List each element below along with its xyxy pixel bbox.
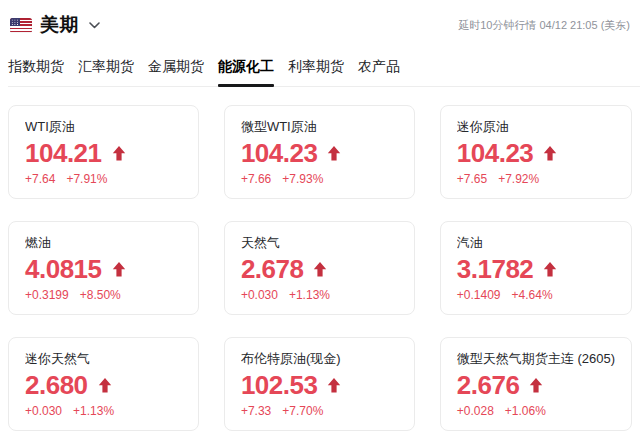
arrow-up-icon: [542, 145, 558, 162]
change-row: +0.030+1.13%: [25, 404, 182, 418]
last-price: 2.680: [25, 372, 88, 398]
tab-0[interactable]: 指数期货: [8, 54, 64, 86]
change-row: +7.64+7.91%: [25, 172, 182, 186]
last-price: 2.678: [241, 256, 304, 282]
price-row: 2.678: [241, 256, 398, 282]
tab-1[interactable]: 汇率期货: [78, 54, 134, 86]
page-header: 美期 延时10分钟行情 04/12 21:05 (美东): [0, 0, 640, 40]
instrument-name: 汽油: [457, 235, 615, 251]
quote-card[interactable]: 汽油3.1782+0.1409+4.64%: [440, 221, 632, 315]
quote-card[interactable]: WTI原油104.21+7.64+7.91%: [8, 105, 199, 199]
arrow-up-icon: [312, 261, 328, 278]
change-percent: +8.50%: [80, 288, 121, 302]
tab-2[interactable]: 金属期货: [148, 54, 204, 86]
instrument-name: 微型WTI原油: [241, 119, 398, 135]
price-row: 104.23: [457, 140, 615, 166]
arrow-up-icon: [97, 377, 113, 394]
instrument-name: WTI原油: [25, 119, 182, 135]
instrument-name: 微型天然气期货主连 (2605): [457, 351, 615, 367]
last-price: 104.21: [25, 140, 102, 166]
price-row: 102.53: [241, 372, 398, 398]
price-row: 3.1782: [457, 256, 615, 282]
change-value: +0.028: [457, 404, 494, 418]
change-row: +0.3199+8.50%: [25, 288, 182, 302]
change-value: +0.030: [25, 404, 62, 418]
quote-card[interactable]: 燃油4.0815+0.3199+8.50%: [8, 221, 199, 315]
delay-quote-info: 延时10分钟行情 04/12 21:05 (美东): [458, 18, 630, 33]
change-row: +0.028+1.06%: [457, 404, 615, 418]
quote-card[interactable]: 微型天然气期货主连 (2605)2.676+0.028+1.06%: [440, 337, 632, 431]
change-row: +7.66+7.93%: [241, 172, 398, 186]
price-row: 4.0815: [25, 256, 182, 282]
price-row: 104.23: [241, 140, 398, 166]
instrument-name: 迷你天然气: [25, 351, 182, 367]
last-price: 4.0815: [25, 256, 102, 282]
change-percent: +1.06%: [505, 404, 546, 418]
change-percent: +1.13%: [73, 404, 114, 418]
last-price: 104.23: [241, 140, 318, 166]
last-price: 2.676: [457, 372, 520, 398]
change-value: +7.33: [241, 404, 271, 418]
last-price: 102.53: [241, 372, 318, 398]
price-row: 2.676: [457, 372, 615, 398]
change-row: +7.33+7.70%: [241, 404, 398, 418]
chevron-down-icon: [89, 22, 100, 29]
price-row: 104.21: [25, 140, 182, 166]
quote-card[interactable]: 微型WTI原油104.23+7.66+7.93%: [224, 105, 415, 199]
change-row: +0.030+1.13%: [241, 288, 398, 302]
change-percent: +1.13%: [289, 288, 330, 302]
change-percent: +4.64%: [512, 288, 553, 302]
tab-3-active[interactable]: 能源化工: [218, 54, 274, 86]
tab-4[interactable]: 利率期货: [288, 54, 344, 86]
change-row: +0.1409+4.64%: [457, 288, 615, 302]
change-row: +7.65+7.92%: [457, 172, 615, 186]
arrow-up-icon: [111, 261, 127, 278]
quote-card[interactable]: 天然气2.678+0.030+1.13%: [224, 221, 415, 315]
change-value: +0.1409: [457, 288, 501, 302]
arrow-up-icon: [326, 145, 342, 162]
price-row: 2.680: [25, 372, 182, 398]
instrument-name: 布伦特原油(现金): [241, 351, 398, 367]
quote-card[interactable]: 迷你天然气2.680+0.030+1.13%: [8, 337, 199, 431]
page-title: 美期: [40, 12, 79, 38]
change-percent: +7.92%: [498, 172, 539, 186]
instrument-name: 燃油: [25, 235, 182, 251]
last-price: 104.23: [457, 140, 534, 166]
us-flag-icon: [10, 18, 32, 33]
change-value: +7.65: [457, 172, 487, 186]
arrow-up-icon: [326, 377, 342, 394]
quote-card[interactable]: 迷你原油104.23+7.65+7.92%: [440, 105, 632, 199]
futures-category-tabs: 指数期货汇率期货金属期货能源化工利率期货农产品: [8, 54, 640, 87]
change-value: +7.66: [241, 172, 271, 186]
change-value: +0.030: [241, 288, 278, 302]
arrow-up-icon: [542, 261, 558, 278]
tab-5[interactable]: 农产品: [358, 54, 400, 86]
arrow-up-icon: [111, 145, 127, 162]
quote-card[interactable]: 布伦特原油(现金)102.53+7.33+7.70%: [224, 337, 415, 431]
instrument-name: 天然气: [241, 235, 398, 251]
arrow-up-icon: [528, 377, 544, 394]
quote-card-grid: WTI原油104.21+7.64+7.91%微型WTI原油104.23+7.66…: [0, 87, 640, 436]
change-percent: +7.70%: [282, 404, 323, 418]
change-percent: +7.93%: [282, 172, 323, 186]
instrument-name: 迷你原油: [457, 119, 615, 135]
change-value: +7.64: [25, 172, 55, 186]
change-percent: +7.91%: [66, 172, 107, 186]
market-selector[interactable]: 美期: [10, 12, 100, 38]
last-price: 3.1782: [457, 256, 534, 282]
change-value: +0.3199: [25, 288, 69, 302]
